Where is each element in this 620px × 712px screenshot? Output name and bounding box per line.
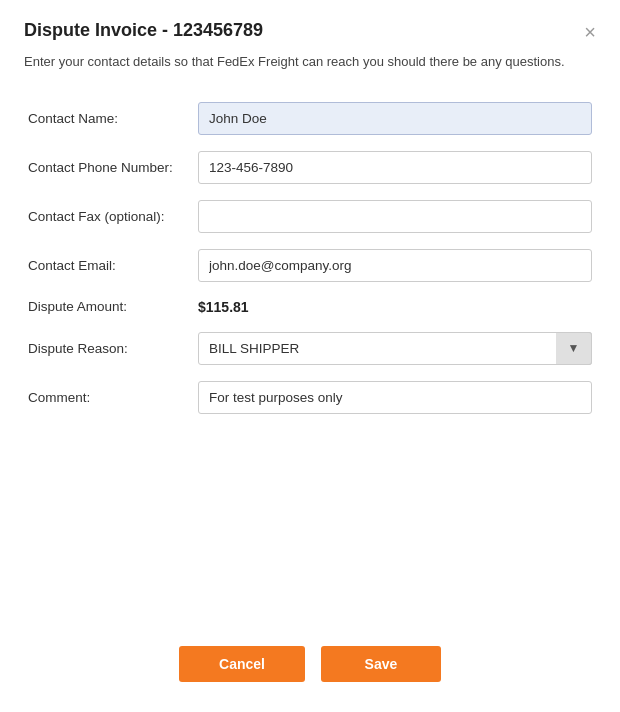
comment-row: Comment: [24, 373, 596, 422]
contact-email-row: Contact Email: [24, 241, 596, 290]
save-button[interactable]: Save [321, 646, 441, 682]
comment-label: Comment: [24, 373, 194, 422]
contact-phone-input[interactable] [198, 151, 592, 184]
dispute-amount-value: $115.81 [198, 299, 249, 315]
dispute-reason-cell: BILL SHIPPER OVERCHARGE DAMAGED FREIGHT … [194, 324, 596, 373]
modal-footer: Cancel Save [24, 606, 596, 682]
dispute-reason-label: Dispute Reason: [24, 324, 194, 373]
dispute-amount-row: Dispute Amount: $115.81 [24, 290, 596, 324]
contact-phone-row: Contact Phone Number: [24, 143, 596, 192]
contact-name-cell [194, 94, 596, 143]
modal-description: Enter your contact details so that FedEx… [24, 52, 596, 72]
form-table: Contact Name: Contact Phone Number: Cont… [24, 94, 596, 422]
contact-email-input[interactable] [198, 249, 592, 282]
dispute-invoice-modal: Dispute Invoice - 123456789 × Enter your… [0, 0, 620, 712]
dispute-reason-select[interactable]: BILL SHIPPER OVERCHARGE DAMAGED FREIGHT … [198, 332, 592, 365]
contact-name-row: Contact Name: [24, 94, 596, 143]
contact-fax-label: Contact Fax (optional): [24, 192, 194, 241]
contact-fax-input[interactable] [198, 200, 592, 233]
dispute-amount-label: Dispute Amount: [24, 290, 194, 324]
contact-fax-row: Contact Fax (optional): [24, 192, 596, 241]
cancel-button[interactable]: Cancel [179, 646, 305, 682]
comment-input[interactable] [198, 381, 592, 414]
contact-phone-label: Contact Phone Number: [24, 143, 194, 192]
contact-name-label: Contact Name: [24, 94, 194, 143]
contact-email-label: Contact Email: [24, 241, 194, 290]
dispute-reason-wrapper: BILL SHIPPER OVERCHARGE DAMAGED FREIGHT … [198, 332, 592, 365]
contact-fax-cell [194, 192, 596, 241]
dispute-reason-row: Dispute Reason: BILL SHIPPER OVERCHARGE … [24, 324, 596, 373]
modal-title: Dispute Invoice - 123456789 [24, 20, 263, 41]
close-button[interactable]: × [584, 22, 596, 42]
modal-header: Dispute Invoice - 123456789 × [24, 20, 596, 42]
comment-cell [194, 373, 596, 422]
contact-name-input[interactable] [198, 102, 592, 135]
contact-phone-cell [194, 143, 596, 192]
dispute-amount-cell: $115.81 [194, 290, 596, 324]
contact-email-cell [194, 241, 596, 290]
